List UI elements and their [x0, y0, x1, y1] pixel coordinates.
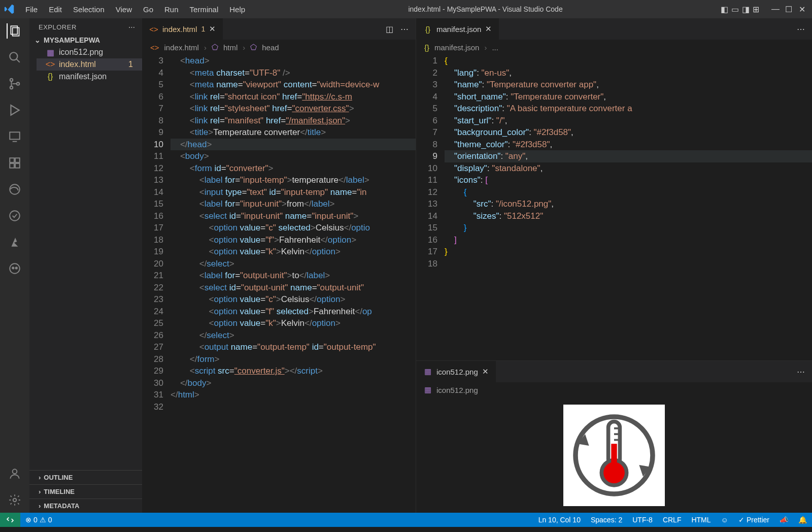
image-file-icon: ▦	[424, 385, 431, 394]
svg-rect-7	[10, 132, 20, 139]
status-bar: ⊗0 ⚠0 Ln 10, Col 10 Spaces: 2 UTF-8 CRLF…	[0, 513, 812, 527]
code-editor-right-top[interactable]: 123456789101112131415161718 { "lang": "e…	[416, 55, 812, 360]
breadcrumb-right-top[interactable]: {} manifest.json › ...	[416, 40, 812, 55]
status-prettier[interactable]: ✓ Prettier	[733, 513, 774, 527]
menu-help[interactable]: Help	[224, 3, 250, 16]
tab-label: index.html	[162, 25, 197, 34]
testing-icon[interactable]	[7, 208, 22, 223]
menu-file[interactable]: File	[20, 3, 43, 16]
breadcrumb-item[interactable]: manifest.json	[434, 43, 479, 52]
editor-group-right-bottom: ▦ icon512.png ✕ ⋯ ▦ icon512.png	[416, 360, 812, 513]
status-language[interactable]: HTML	[686, 513, 716, 527]
activity-bar	[0, 18, 29, 513]
menu-edit[interactable]: Edit	[44, 3, 67, 16]
folder-name: MYSAMPLEPWA	[44, 36, 100, 44]
status-bell-icon[interactable]: 🔔	[793, 513, 812, 527]
json-file-icon: {}	[46, 72, 55, 81]
minimize-icon[interactable]: —	[769, 5, 782, 14]
remote-explorer-icon[interactable]	[7, 129, 22, 144]
breadcrumb-left[interactable]: <> index.html › ⬠ html › ⬠ head	[142, 40, 416, 55]
warning-icon: ⚠	[40, 516, 46, 524]
status-indentation[interactable]: Spaces: 2	[586, 513, 627, 527]
vscode-logo-icon	[4, 4, 15, 15]
layout-panel-icon[interactable]: ▭	[731, 5, 739, 14]
search-icon[interactable]	[7, 50, 22, 65]
editor-group-left: <> index.html 1 ✕ ◫ ⋯ <> index.html › ⬠ …	[142, 18, 416, 513]
status-copilot-icon[interactable]: ☺	[716, 513, 733, 527]
menu-run[interactable]: Run	[159, 3, 184, 16]
breadcrumb-item[interactable]: html	[223, 43, 238, 52]
settings-gear-icon[interactable]	[7, 492, 22, 508]
editor-group-right-top: {} manifest.json ✕ ⋯ {} manifest.json › …	[416, 18, 812, 360]
breadcrumb-item[interactable]: icon512.png	[436, 386, 478, 394]
more-actions-icon[interactable]: ⋯	[797, 367, 805, 377]
source-control-icon[interactable]	[7, 76, 22, 91]
azure-icon[interactable]	[7, 235, 22, 250]
more-actions-icon[interactable]: ⋯	[400, 24, 409, 34]
status-cursor-position[interactable]: Ln 10, Col 10	[533, 513, 586, 527]
tag-icon: ⬠	[212, 43, 218, 52]
code-editor-left[interactable]: 3456789101112131415161718192021222324252…	[142, 55, 416, 513]
image-file-icon: ▦	[46, 48, 55, 57]
menu-go[interactable]: Go	[138, 3, 158, 16]
menu-terminal[interactable]: Terminal	[185, 3, 224, 16]
extensions-icon[interactable]	[7, 155, 22, 171]
tab-index-html[interactable]: <> index.html 1 ✕	[142, 18, 223, 40]
svg-line-3	[16, 59, 20, 62]
edge-icon[interactable]	[7, 182, 22, 197]
close-icon[interactable]: ✕	[796, 5, 808, 14]
more-icon[interactable]: ⋯	[128, 23, 136, 31]
layout-customize-icon[interactable]: ⊞	[753, 5, 759, 14]
svg-point-5	[10, 86, 13, 89]
explorer-icon[interactable]	[7, 23, 22, 39]
maximize-icon[interactable]: ☐	[783, 5, 795, 14]
run-debug-icon[interactable]	[7, 103, 22, 118]
breadcrumb-item[interactable]: index.html	[164, 43, 199, 52]
file-item-manifest-json[interactable]: {}manifest.json	[37, 71, 142, 83]
breadcrumb-item[interactable]: ...	[492, 43, 498, 52]
svg-point-16	[12, 267, 14, 269]
remote-indicator[interactable]	[0, 513, 20, 527]
layout-sidebar-right-icon[interactable]: ◨	[742, 5, 750, 14]
svg-rect-9	[10, 158, 14, 162]
tab-close-icon[interactable]: ✕	[485, 24, 492, 34]
sidebar-section-timeline[interactable]: › TIMELINE	[29, 484, 142, 498]
image-preview[interactable]	[416, 397, 812, 513]
error-icon: ⊗	[25, 516, 31, 524]
breadcrumb-right-bottom[interactable]: ▦ icon512.png	[416, 382, 812, 397]
status-encoding[interactable]: UTF-8	[627, 513, 658, 527]
status-problems[interactable]: ⊗0 ⚠0	[20, 513, 57, 527]
status-eol[interactable]: CRLF	[658, 513, 687, 527]
json-file-icon: {}	[423, 24, 432, 34]
titlebar: FileEditSelectionViewGoRunTerminalHelp i…	[0, 0, 812, 18]
breadcrumb-item[interactable]: head	[262, 43, 279, 52]
status-feedback-icon[interactable]: 📣	[774, 513, 793, 527]
menu-bar: FileEditSelectionViewGoRunTerminalHelp	[20, 3, 250, 16]
chevron-right-icon: ›	[484, 43, 487, 52]
menu-view[interactable]: View	[111, 3, 137, 16]
more-actions-icon[interactable]: ⋯	[797, 24, 805, 34]
tab-close-icon[interactable]: ✕	[482, 367, 489, 376]
sidebar-explorer: EXPLORER ⋯ ⌄ MYSAMPLEPWA ▦icon512.png<>i…	[29, 18, 142, 513]
svg-rect-10	[10, 163, 14, 168]
sidebar-section-metadata[interactable]: › METADATA	[29, 498, 142, 513]
svg-point-2	[10, 52, 17, 60]
git-modified-count: 1	[128, 60, 137, 69]
image-file-icon: ▦	[423, 367, 432, 376]
explorer-title: EXPLORER	[39, 23, 77, 31]
svg-point-19	[13, 498, 17, 502]
menu-selection[interactable]: Selection	[68, 3, 110, 16]
split-editor-icon[interactable]: ◫	[386, 24, 393, 34]
accounts-icon[interactable]	[7, 466, 22, 481]
file-item-index-html[interactable]: <>index.html1	[37, 58, 142, 71]
svg-point-14	[10, 211, 20, 221]
bot-icon[interactable]	[7, 261, 22, 276]
layout-sidebar-left-icon[interactable]: ◧	[721, 5, 728, 14]
tab-icon512-png[interactable]: ▦ icon512.png ✕	[416, 361, 496, 382]
file-item-icon512-png[interactable]: ▦icon512.png	[37, 46, 142, 58]
tab-close-icon[interactable]: ✕	[209, 24, 216, 34]
tab-manifest-json[interactable]: {} manifest.json ✕	[416, 18, 499, 40]
sidebar-section-outline[interactable]: › OUTLINE	[29, 470, 142, 484]
folder-header[interactable]: ⌄ MYSAMPLEPWA	[29, 34, 142, 46]
window-title: index.html - MySamplePWA - Visual Studio…	[250, 5, 721, 13]
